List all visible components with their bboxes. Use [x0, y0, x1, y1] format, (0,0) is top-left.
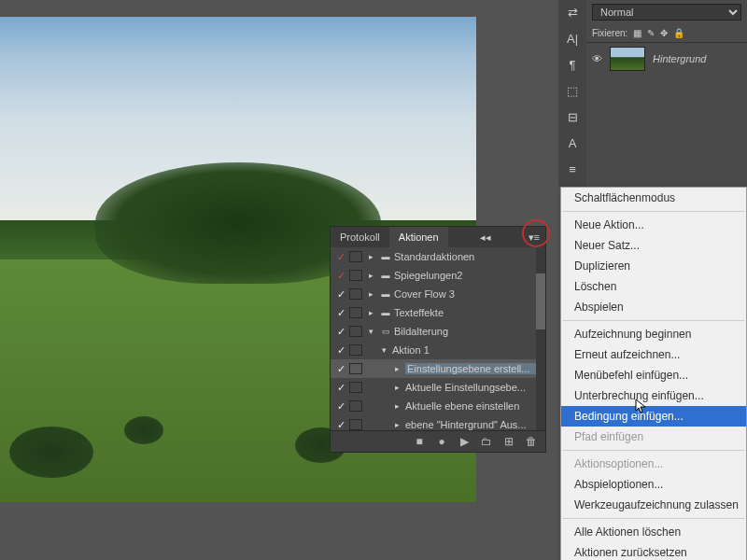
new-set-icon[interactable]: 🗀	[480, 435, 493, 448]
bush	[124, 416, 163, 444]
checkmark-icon[interactable]: ✓	[334, 270, 347, 282]
menu-item[interactable]: Aktionen zurücksetzen	[561, 542, 746, 560]
folder-icon: ▬	[379, 289, 392, 299]
folder-icon[interactable]: ▸	[364, 252, 377, 261]
menu-item[interactable]: Abspielen	[561, 297, 746, 317]
step-icon[interactable]: ▸	[390, 401, 403, 411]
action-item[interactable]: ✓▸ebene "Hintergrund" Aus...	[331, 415, 545, 430]
blend-mode-select[interactable]: Normal	[592, 4, 741, 21]
lock-pixels-icon[interactable]: ▦	[633, 28, 641, 38]
menu-item[interactable]: Alle Aktionen löschen	[561, 522, 746, 542]
action-item[interactable]: ✓▸Aktuelle Einstellungsebe...	[331, 378, 545, 397]
dialog-toggle[interactable]	[349, 400, 362, 412]
action-label: Aktuelle Einstellungsebe...	[405, 382, 545, 393]
menu-item[interactable]: Neue Aktion...	[561, 215, 746, 235]
folder-open-icon: ▭	[379, 327, 392, 336]
folder-icon[interactable]: ▸	[364, 271, 377, 280]
lock-label: Fixieren:	[592, 28, 627, 38]
tool-icon[interactable]: ⇄	[562, 2, 583, 22]
checkmark-icon[interactable]: ✓	[334, 307, 347, 319]
menu-item[interactable]: Werkzeugaufzeichnung zulassen	[561, 495, 746, 515]
character-icon[interactable]: A	[562, 133, 583, 153]
dialog-toggle[interactable]	[349, 382, 362, 393]
action-item[interactable]: ✓▸Einstellungsebene erstell...	[331, 359, 545, 378]
action-label: Bildalterung	[394, 326, 545, 337]
menu-item[interactable]: Bedingung einfügen...	[561, 406, 746, 427]
tool-icon[interactable]: ⊟	[562, 106, 583, 127]
panel-prev-icon[interactable]: ◂◂	[474, 227, 497, 247]
action-label: Spiegelungen2	[394, 270, 545, 281]
actions-context-menu: SchaltflächenmodusNeue Aktion...Neuer Sa…	[560, 187, 747, 560]
dialog-toggle[interactable]	[349, 288, 362, 300]
tool-icon[interactable]: A|	[562, 28, 583, 49]
paragraph-icon[interactable]: ¶	[562, 54, 583, 75]
layer-thumbnail[interactable]	[610, 47, 645, 71]
action-item[interactable]: ✓▸▬Cover Flow 3	[331, 285, 545, 303]
action-item[interactable]: ✓▸▬Standardaktionen	[331, 247, 545, 266]
menu-item[interactable]: Aufzeichnung beginnen	[561, 324, 746, 344]
menu-item[interactable]: Erneut aufzeichnen...	[561, 344, 746, 365]
step-icon[interactable]: ▸	[390, 364, 403, 373]
folder-icon[interactable]: ▸	[364, 308, 377, 317]
dialog-toggle[interactable]	[349, 270, 362, 281]
layer-row[interactable]: 👁 Hintergrund	[586, 43, 747, 75]
menu-item[interactable]: Duplizieren	[561, 256, 746, 276]
action-icon[interactable]: ▾	[377, 345, 390, 355]
action-label: ebene "Hintergrund" Aus...	[405, 419, 545, 430]
dialog-toggle[interactable]	[349, 307, 362, 318]
tool-icon[interactable]: ⬚	[562, 80, 583, 101]
action-item[interactable]: ✓▾Aktion 1	[331, 341, 545, 359]
scrollbar[interactable]	[536, 247, 545, 430]
menu-item[interactable]: Unterbrechung einfügen...	[561, 385, 746, 406]
dialog-toggle[interactable]	[349, 363, 362, 374]
action-item[interactable]: ✓▸▬Spiegelungen2	[331, 266, 545, 285]
action-item[interactable]: ✓▸▬Texteffekte	[331, 303, 545, 322]
menu-item: Pfad einfügen	[561, 427, 746, 447]
lock-brush-icon[interactable]: ✎	[647, 28, 655, 38]
menu-item[interactable]: Schaltflächenmodus	[561, 188, 746, 208]
panel-menu-icon[interactable]: ▾≡	[523, 227, 545, 247]
trash-icon[interactable]: 🗑	[525, 435, 538, 448]
checkmark-icon[interactable]: ✓	[334, 344, 347, 357]
lock-move-icon[interactable]: ✥	[660, 28, 668, 38]
tool-icon[interactable]: ≡	[562, 159, 583, 179]
record-icon[interactable]: ●	[435, 435, 448, 448]
dialog-toggle[interactable]	[349, 419, 362, 430]
menu-item[interactable]: Löschen	[561, 276, 746, 297]
tab-aktionen[interactable]: Aktionen	[389, 227, 448, 247]
action-label: Cover Flow 3	[394, 288, 545, 300]
checkmark-icon[interactable]: ✓	[334, 251, 347, 263]
folder-open-icon[interactable]: ▾	[364, 327, 377, 336]
actions-list: ✓▸▬Standardaktionen✓▸▬Spiegelungen2✓▸▬Co…	[331, 247, 545, 430]
checkmark-icon[interactable]: ✓	[334, 382, 347, 394]
stop-icon[interactable]: ■	[413, 435, 426, 448]
step-icon[interactable]: ▸	[390, 420, 403, 429]
checkmark-icon[interactable]: ✓	[334, 326, 347, 338]
action-item[interactable]: ✓▸Aktuelle ebene einstellen	[331, 397, 545, 415]
dialog-toggle[interactable]	[349, 344, 362, 356]
step-icon[interactable]: ▸	[390, 383, 403, 392]
checkmark-icon[interactable]: ✓	[334, 288, 347, 301]
action-label: Aktion 1	[392, 344, 545, 356]
checkmark-icon[interactable]: ✓	[334, 419, 347, 431]
action-label: Standardaktionen	[394, 251, 545, 262]
dialog-toggle[interactable]	[349, 326, 362, 337]
new-action-icon[interactable]: ⊞	[502, 435, 515, 448]
play-icon[interactable]: ▶	[458, 435, 471, 448]
menu-item[interactable]: Neuer Satz...	[561, 235, 746, 256]
folder-icon: ▬	[379, 308, 392, 317]
checkmark-icon[interactable]: ✓	[334, 363, 347, 375]
menu-item[interactable]: Abspieloptionen...	[561, 474, 746, 495]
folder-icon[interactable]: ▸	[364, 289, 377, 299]
action-item[interactable]: ✓▾▭Bildalterung	[331, 322, 545, 341]
menu-item[interactable]: Menübefehl einfügen...	[561, 365, 746, 385]
tab-protokoll[interactable]: Protokoll	[331, 227, 389, 247]
lock-all-icon[interactable]: 🔒	[673, 28, 684, 38]
bush	[9, 427, 93, 478]
scroll-thumb[interactable]	[536, 273, 545, 329]
action-label: Aktuelle ebene einstellen	[405, 400, 545, 412]
dialog-toggle[interactable]	[349, 251, 362, 262]
action-label: Texteffekte	[394, 307, 545, 318]
visibility-eye-icon[interactable]: 👁	[592, 53, 602, 64]
checkmark-icon[interactable]: ✓	[334, 400, 347, 413]
